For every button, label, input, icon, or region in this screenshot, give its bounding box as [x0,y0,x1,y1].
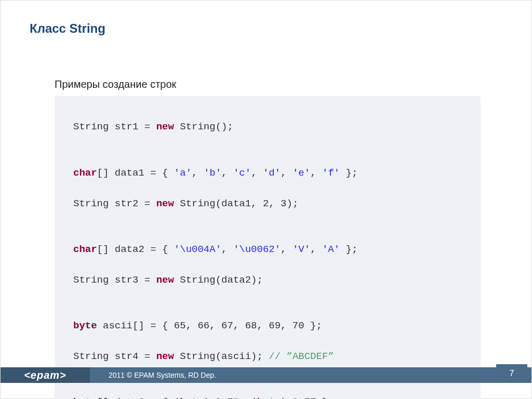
code-line: char[] data1 = { 'a', 'b', 'c', 'd', 'e'… [73,166,462,181]
page-title: Класс String [30,21,105,36]
code-line: char[] data2 = { '\u004A', '\u0062', 'V'… [73,242,462,257]
code-line: byte ascii[] = { 65, 66, 67, 68, 69, 70 … [73,318,462,334]
page-number: 7 [496,364,527,383]
code-line: String str1 = new String(); [73,119,462,135]
code-line: String str3 = new String(data2); [73,273,462,288]
epam-logo: <epam> [1,367,90,383]
code-line: String str4 = new String(ascii); // ”ABC… [73,349,462,364]
code-block: String str1 = new String(); char[] data1… [55,96,481,399]
slide: Класс String Примеры создание строк Stri… [0,0,532,399]
subtitle: Примеры создание строк [55,78,176,90]
footer-copyright: 2011 © EPAM Systems, RD Dep. [90,371,531,379]
footer-bar: <epam> 2011 © EPAM Systems, RD Dep. [1,367,531,383]
code-line: byte[] data3 = { (byte) 0xE3, (byte) 0xE… [73,395,462,399]
code-line: String str2 = new String(data1, 2, 3); [73,196,462,211]
